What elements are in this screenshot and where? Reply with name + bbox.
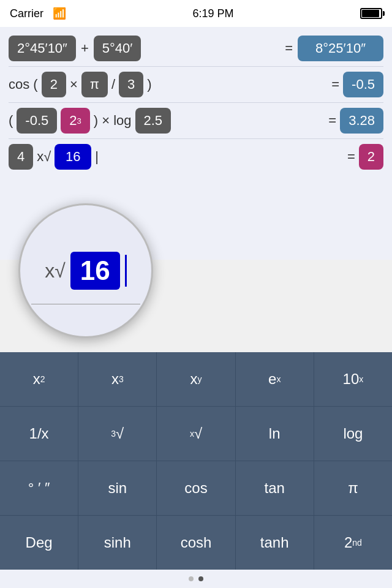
cos-row: cos ( 2 × π / 3 ) = -0.5 [9,66,383,102]
sqrt-row: 4 x√ 16 | = 2 [9,138,383,175]
mag-sqrt-symbol: x√ [45,260,66,282]
expr-prefix: ( [9,113,13,129]
key-1x[interactable]: 1/x [0,407,78,461]
key-cos[interactable]: cos [157,461,235,515]
display-area: 2°45′10″ + 5°40′ = 8°25′10″ cos ( 2 × π … [0,27,392,260]
cos-result: -0.5 [343,72,383,97]
mag-cursor [125,255,127,287]
dot-1 [189,576,194,581]
key-tanh[interactable]: tanh [236,516,314,570]
key-ex[interactable]: ex [236,352,314,406]
sqrt-symbol: x√ [37,149,51,165]
status-bar: Carrier 📶 6:19 PM [0,0,392,27]
mag-value: 16 [70,252,120,290]
magnifier: x√ 16 [18,203,153,338]
key-cosh[interactable]: cosh [157,516,235,570]
magnifier-overlay: x√ 16 [0,209,392,344]
angle-val1[interactable]: 2°45′10″ [9,36,76,61]
key-2nd[interactable]: 2nd [314,516,392,570]
key-xy[interactable]: xy [157,352,235,406]
key-x2[interactable]: x2 [0,352,78,406]
cos-val2[interactable]: π [81,72,108,97]
plus-operator: + [81,40,89,56]
cos-op2: / [111,77,115,92]
key-10x[interactable]: 10x [314,352,392,406]
key-tan[interactable]: tan [236,461,314,515]
key-xrt[interactable]: x√ [157,407,235,461]
expr-mid: ) × log [94,113,132,129]
key-sin[interactable]: sin [78,461,157,515]
expr-result: 3.28 [340,108,383,134]
expr-val2[interactable]: 23 [61,108,89,134]
expr-val3[interactable]: 2.5 [135,108,172,134]
key-cbrt[interactable]: 3√ [78,407,157,461]
sqrt-val2[interactable]: 16 [55,144,91,170]
angle-row: 2°45′10″ + 5°40′ = 8°25′10″ [9,31,383,66]
kb-row-4: Deg sinh cosh tanh 2nd [0,516,392,570]
sqrt-result: 2 [359,144,383,170]
expr-row: ( -0.5 23 ) × log 2.5 = 3.28 [9,102,383,138]
equals4: = [347,149,355,165]
angle-result: 8°25′10″ [298,36,383,61]
equals2: = [331,77,339,92]
sqrt-cursor: | [95,149,99,165]
key-pi[interactable]: π [314,461,392,515]
cos-label: cos ( [9,77,38,92]
cos-val3[interactable]: 3 [119,72,143,97]
kb-row-1: x2 x3 xy ex 10x [0,352,392,407]
kb-row-2: 1/x 3√ x√ ln log [0,407,392,461]
key-dms[interactable]: ° ′ ″ [0,461,78,515]
expr-val1[interactable]: -0.5 [17,108,57,134]
wifi-icon: 📶 [53,7,66,20]
sqrt-val1[interactable]: 4 [9,144,33,170]
cos-op1: × [70,77,78,92]
dot-2 [198,576,203,581]
key-log[interactable]: log [314,407,392,461]
page-indicator [0,570,392,588]
equals1: = [285,40,293,56]
carrier-label: Carrier 📶 [10,7,66,20]
key-ln[interactable]: ln [236,407,314,461]
time-label: 6:19 PM [192,7,233,20]
kb-row-3: ° ′ ″ sin cos tan π [0,461,392,516]
angle-val2[interactable]: 5°40′ [94,36,141,61]
key-deg[interactable]: Deg [0,516,78,570]
key-x3[interactable]: x3 [78,352,157,406]
keyboard: x2 x3 xy ex 10x 1/x 3√ x√ ln log ° ′ ″ s… [0,352,392,570]
cos-val1[interactable]: 2 [42,72,66,97]
battery-indicator [360,8,382,19]
equals3: = [328,113,336,129]
key-sinh[interactable]: sinh [78,516,157,570]
cos-suffix: ) [147,77,151,92]
